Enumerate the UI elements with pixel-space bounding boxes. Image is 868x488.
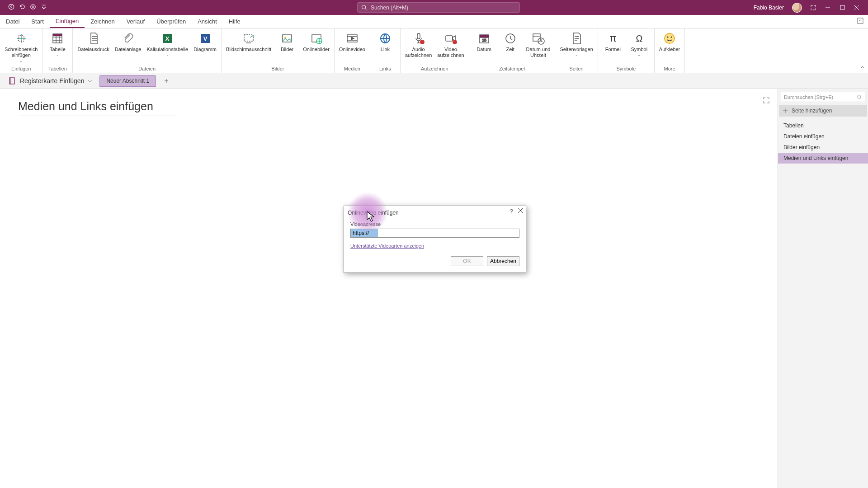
ribbon-group-label: Seiten [555,66,597,73]
ribbon-label: Dateianlage [115,47,142,52]
fullscreen-icon[interactable] [763,97,769,105]
svg-point-36 [671,37,672,38]
ribbon-video[interactable]: Video aufzeichnen [435,30,466,59]
search-box[interactable]: Suchen (Alt+M) [357,2,520,13]
avatar[interactable] [792,3,802,13]
add-section-button[interactable]: + [161,76,171,86]
undo-icon[interactable] [19,4,25,11]
page-item[interactable]: Dateien einfügen [778,131,868,142]
ribbon-label: Datum und Uhrzeit [526,47,551,58]
menu-datei[interactable]: Datei [0,15,25,28]
menu-hilfe[interactable]: Hilfe [223,15,246,28]
search-icon [857,94,862,100]
svg-rect-16 [283,35,292,42]
close-icon[interactable] [854,5,860,11]
supported-video-types-link[interactable]: Unterstützte Videoarten anzeigen [350,243,424,249]
ribbon-label: Video aufzeichnen [437,47,464,58]
svg-rect-27 [480,35,489,38]
ribbon-schreibbereich[interactable]: Schreibbereich einfügen⌄ [3,30,39,64]
screenshot-icon [241,31,256,46]
ribbon-group-seiten: Seitenvorlagen⌄Seiten [555,28,598,73]
svg-point-25 [453,40,457,44]
ribbon-label: Onlinevideo [339,47,365,52]
qat-dropdown-icon[interactable] [41,4,47,11]
datumzeit-icon [531,31,546,46]
ribbon-audio[interactable]: Audio aufzeichnen [403,30,434,59]
chevron-down-icon: ⌄ [575,53,578,57]
page-item[interactable]: Bilder einfügen [778,142,868,153]
minimize-icon[interactable] [825,5,831,11]
cancel-button[interactable]: Abbrechen [487,256,519,266]
tabelle-icon [50,31,65,46]
ribbon-group-label: More [655,66,684,73]
dialog-close-icon[interactable] [518,208,523,215]
chevron-down-icon [88,79,92,83]
ribbon-group-zeitstempel: 15DatumZeitDatum und UhrzeitZeitstempel [469,28,556,73]
ribbon-group-more: AufkleberMore [655,28,685,73]
formel-icon: π [606,31,620,46]
insert-online-video-dialog: Onlinevideo einfügen ? Videoadresse Unte… [344,206,526,273]
ribbon-kalkulation[interactable]: XKalkulationstabelle⌄ [145,30,190,58]
ribbon-label: Datum [476,47,491,52]
ribbon-tabelle[interactable]: Tabelle⌄ [45,30,70,58]
ribbon-link[interactable]: Link [373,30,397,53]
ribbon-aufkleber[interactable]: Aufkleber [657,30,682,53]
ribbon-label: Onlinebilder [303,47,330,52]
page-search[interactable]: Durchsuchen (Strg+E) [781,92,865,102]
notebook-selector[interactable]: Registerkarte Einfügen [4,75,97,87]
menu-einfügen[interactable]: Einfügen [50,15,85,28]
svg-text:V: V [203,35,207,42]
ribbon-display-options-icon[interactable] [857,18,863,25]
touch-mode-icon[interactable] [30,4,36,11]
ribbon-onlinevideo[interactable]: Onlinevideo [337,30,367,53]
user-name[interactable]: Fabio Basler [754,5,784,11]
notebook-icon [8,77,16,85]
page-item[interactable]: Tabellen [778,120,868,131]
ribbon-group-label: Zeitstempel [469,66,555,73]
window-mode-icon[interactable] [810,5,816,11]
ribbon-group-aufzeichnen: Audio aufzeichnenVideo aufzeichnenAufzei… [401,28,469,73]
collapse-ribbon-icon[interactable] [857,28,868,73]
back-icon[interactable] [8,4,14,11]
ribbon-screenshot[interactable]: Bildschirmausschnitt [224,30,273,53]
menu-zeichnen[interactable]: Zeichnen [85,15,120,28]
ribbon-onlinebilder[interactable]: Onlinebilder [301,30,331,53]
ribbon-bilder[interactable]: Bilder [275,30,299,53]
ribbon-label: Audio aufzeichnen [405,47,432,58]
page-title[interactable]: Medien und Links einfügen [18,100,176,116]
menu-überprüfen[interactable]: Überprüfen [151,15,192,28]
page-list-pane: Durchsuchen (Strg+E) Seite hinzufügen Ta… [778,89,868,488]
add-page-button[interactable]: Seite hinzufügen [779,105,867,117]
maximize-icon[interactable] [839,5,845,11]
ribbon-group-label: Dateien [73,66,221,73]
ribbon-seitenvorlagen[interactable]: Seitenvorlagen⌄ [558,30,594,58]
page-item[interactable]: Medien und Links einfügen [778,153,868,164]
svg-rect-10 [53,34,62,36]
chevron-down-icon: ⌄ [166,53,169,57]
menu-verlauf[interactable]: Verlauf [121,15,151,28]
onlinevideo-icon [345,31,359,46]
ribbon-symbol[interactable]: ΩSymbol⌄ [627,30,651,58]
ribbon-label: Zeit [506,47,514,52]
menu-start[interactable]: Start [25,15,49,28]
page-canvas[interactable]: Medien und Links einfügen [0,89,778,488]
title-bar: Medien und Links einfügen - OneNote Such… [0,0,868,15]
ribbon-group-symbole: πFormelΩSymbol⌄Symbole [598,28,655,73]
schreibbereich-icon [14,31,28,46]
ribbon-formel[interactable]: πFormel [601,30,625,53]
ribbon-dateianlage[interactable]: Dateianlage [113,30,143,53]
ribbon-group-einfügen: Schreibbereich einfügen⌄Einfügen [0,28,42,73]
section-tab[interactable]: Neuer Abschnitt 1 [99,75,156,87]
ribbon-datum[interactable]: 15Datum [472,30,496,53]
video-address-input[interactable] [350,229,519,238]
ribbon-label: Formel [605,47,621,52]
ribbon-diagramm[interactable]: VDiagramm [192,30,218,53]
dialog-help-icon[interactable]: ? [510,208,513,215]
ribbon-dateiausdruck[interactable]: Dateiausdruck [75,30,111,53]
video-icon [443,31,458,46]
svg-text:Ω: Ω [636,33,642,43]
menu-ansicht[interactable]: Ansicht [192,15,223,28]
ribbon-zeit[interactable]: Zeit [498,30,523,53]
ok-button[interactable]: OK [451,256,483,266]
ribbon-datumzeit[interactable]: Datum und Uhrzeit [524,30,552,59]
